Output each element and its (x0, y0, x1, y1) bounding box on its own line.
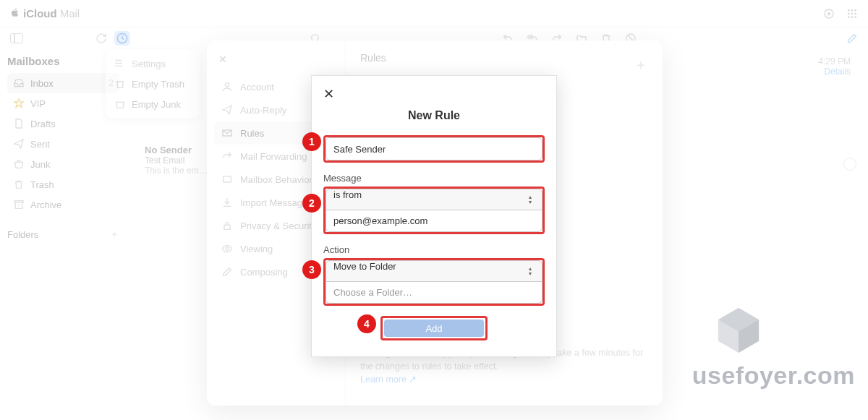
svg-point-3 (854, 9, 856, 12)
forward2-icon (221, 150, 233, 162)
settings-pop-title: Settings (132, 59, 166, 69)
rule-name-box (323, 135, 545, 163)
settings-popover: ☰ Settings Empty Trash Empty Junk (106, 49, 200, 119)
sent-icon (13, 138, 25, 150)
svg-point-4 (848, 12, 850, 14)
chevron-updown-icon (529, 267, 536, 276)
details-link[interactable]: Details (818, 67, 851, 77)
plane-icon (221, 104, 233, 116)
lock-icon (221, 220, 233, 231)
step-badge-2: 2 (302, 194, 321, 213)
mailbox-inbox[interactable]: Inbox 2 (7, 73, 119, 93)
add-button[interactable]: Add (384, 320, 484, 337)
action-folder-input[interactable]: Choose a Folder… (326, 282, 542, 304)
add-rule-icon[interactable]: ＋ (634, 55, 648, 74)
settings-head[interactable]: ☰ Settings (106, 53, 200, 74)
svg-point-18 (226, 247, 229, 250)
mailbox-label: VIP (30, 98, 46, 109)
mailbox-vip[interactable]: VIP (7, 93, 119, 113)
mailbox-label: Archive (30, 200, 61, 210)
mailbox-trash[interactable]: Trash (7, 174, 119, 194)
app-grid-icon[interactable] (846, 8, 858, 20)
nav-label: Import Messages (240, 197, 312, 208)
mailbox-label: Inbox (30, 78, 54, 89)
condition-select[interactable]: is from (326, 189, 542, 210)
svg-point-9 (854, 16, 856, 18)
empty-trash-label: Empty Trash (132, 79, 184, 90)
mailbox-label: Junk (30, 159, 50, 170)
svg-point-5 (851, 12, 854, 14)
action-label: Action (323, 244, 545, 255)
message-time: 4:29 PM (818, 56, 851, 67)
add-circle-icon[interactable] (823, 8, 835, 20)
svg-point-6 (854, 12, 856, 14)
svg-point-14 (225, 83, 229, 87)
user-icon (221, 81, 233, 93)
folders-title: Folders (7, 229, 38, 240)
svg-rect-16 (224, 176, 231, 182)
mailbox-junk[interactable]: Junk (7, 154, 119, 174)
condition-email: person@example.com (333, 215, 427, 226)
menu-icon: ☰ (114, 58, 126, 69)
step-badge-3: 3 (302, 260, 321, 279)
folders-header[interactable]: Folders ＋ (7, 228, 119, 241)
condition-value: is from (333, 189, 362, 200)
step-badge-4: 4 (357, 314, 376, 333)
message-condition-box: is from person@example.com (323, 187, 545, 234)
clock-badge-icon[interactable] (114, 31, 130, 46)
brand-1: iCloud (23, 7, 57, 20)
condition-value-input[interactable]: person@example.com (326, 210, 542, 232)
nav-label: Account (240, 82, 274, 93)
learn-more-link[interactable]: Learn more ↗ (360, 374, 417, 385)
step-badge-1: 1 (302, 132, 321, 151)
mailbox-label: Sent (30, 139, 50, 150)
settings-close-icon[interactable]: ✕ (214, 48, 338, 71)
trash2-icon (13, 179, 25, 190)
mailbox-drafts[interactable]: Drafts (7, 113, 119, 134)
watermark-logo-icon (712, 304, 765, 357)
app-logo: iCloud Mail (10, 7, 80, 20)
action-select[interactable]: Move to Folder (326, 260, 542, 282)
mailbox-archive[interactable]: Archive (7, 194, 119, 215)
rules-body-title: Rules (360, 52, 648, 64)
svg-point-1 (848, 9, 850, 12)
action-box: Move to Folder Choose a Folder… (323, 258, 545, 306)
message-meta: 4:29 PM Details (818, 56, 851, 77)
watermark-text: usefoyer.com (692, 361, 855, 390)
nav-label: Privacy & Security (240, 220, 316, 231)
message-label: Message (323, 173, 545, 184)
rule-name-input[interactable] (326, 137, 542, 160)
nav-label: Mailbox Behavior (240, 174, 312, 185)
compose2-icon (221, 266, 233, 278)
mailboxes-title: Mailboxes (7, 55, 119, 67)
mailbox-sent[interactable]: Sent (7, 134, 119, 154)
add-folder-icon[interactable]: ＋ (110, 228, 119, 241)
chevron-updown-icon (529, 195, 536, 205)
mailbox-label: Trash (30, 179, 54, 190)
compose-icon[interactable] (846, 33, 858, 44)
action-value: Move to Folder (333, 261, 396, 272)
star-icon (13, 98, 25, 109)
pane-toggle-icon[interactable] (10, 33, 23, 43)
mailbox-label: Drafts (30, 119, 56, 129)
file-icon (13, 118, 25, 129)
nav-label: Auto-Reply (240, 105, 286, 116)
empty-junk-item[interactable]: Empty Junk (106, 94, 200, 114)
trash3-icon (114, 78, 126, 90)
empty-junk-label: Empty Junk (132, 99, 181, 110)
apple-icon (10, 7, 20, 20)
mailbox-icon (221, 173, 233, 185)
svg-point-2 (851, 9, 854, 12)
reaction-icon[interactable] (843, 158, 856, 171)
junk2-icon (114, 98, 126, 110)
close-icon[interactable]: ✕ (323, 86, 545, 102)
nav-label: Mail Forwarding (240, 151, 307, 162)
empty-trash-item[interactable]: Empty Trash (106, 74, 200, 94)
add-button-box: Add (380, 316, 488, 340)
import-icon (221, 197, 233, 208)
mail-icon (221, 127, 233, 139)
inbox-icon (13, 77, 25, 89)
eye-icon (221, 243, 233, 254)
refresh-icon[interactable] (95, 33, 107, 44)
svg-point-8 (851, 16, 854, 18)
